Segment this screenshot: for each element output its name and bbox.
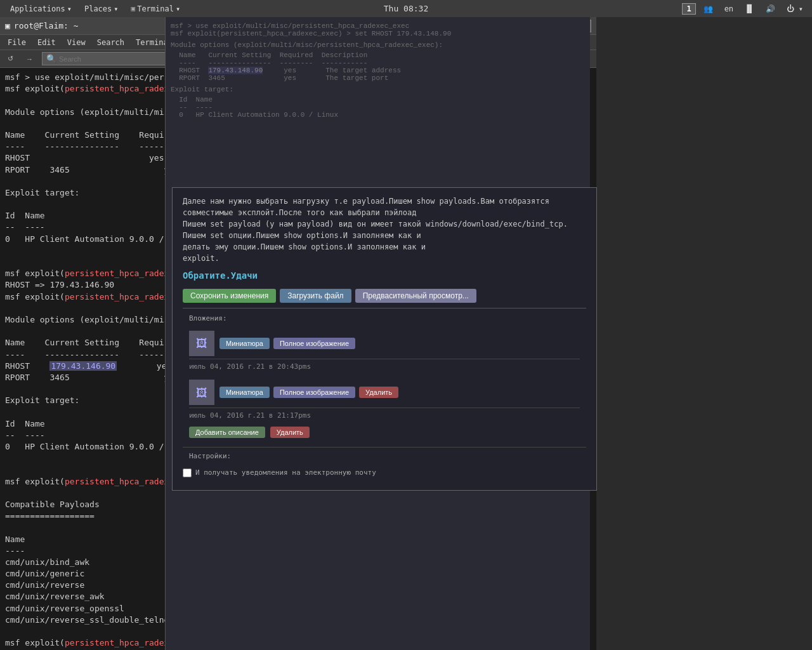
desc-delete-row: Добавить описание Удалить (189, 427, 580, 438)
attachments-section: Вложения: 🖼 Миниатюра Полное изображение… (183, 308, 586, 442)
clock-time: Thu 08:32 (384, 4, 428, 13)
terminal-title-text: root@Flaim: ~ (14, 21, 79, 30)
attachment-row-2: 🖼 Миниатюра Полное изображение Удалить (189, 377, 580, 408)
attachment-thumb-2: 🖼 (189, 380, 214, 405)
places-arrow: ▾ (114, 4, 118, 13)
description-btn[interactable]: Добавить описание (189, 427, 265, 438)
applications-label: Applications (10, 4, 65, 13)
action-buttons: Сохронить изменения Загрузить файл Предв… (183, 289, 586, 303)
terminal-icon: ▣ (131, 4, 136, 13)
menu-file[interactable]: File (3, 37, 31, 48)
places-menu[interactable]: Places ▾ (79, 3, 124, 15)
russian-text-6: exploit. (183, 253, 586, 264)
preview-btn[interactable]: Предвасительный просмотр... (355, 289, 476, 303)
full-btn-1[interactable]: Полное изображение (273, 338, 355, 349)
delete-btn-1[interactable]: Удалить (359, 387, 398, 398)
mini-btn-1[interactable]: Миниатюра (219, 338, 270, 349)
bg-terminal-content: msf > use exploit/multi/misc/persistent_… (166, 17, 590, 124)
full-btn-2[interactable]: Полное изображение (273, 387, 355, 398)
workspace-badge[interactable]: 1 (682, 3, 695, 15)
places-label: Places (84, 4, 112, 13)
users-icon: 👥 (700, 3, 717, 15)
signal-icon: ▐▌ (741, 3, 757, 15)
settings-row: Настройки: (183, 447, 586, 466)
sysbar-clock: Thu 08:32 (384, 4, 428, 13)
russian-text-1: Далее нам нужно выбрать нагрузку т.е pay… (183, 196, 586, 207)
bg-col-sep: ---- --------------- -------- ----------… (171, 59, 585, 67)
lang-selector[interactable]: en (721, 3, 737, 15)
menu-search[interactable]: Search (92, 37, 129, 48)
background-overlay: msf > use exploit/multi/misc/persistent_… (165, 17, 590, 650)
attach-buttons-2: Миниатюра Полное изображение Удалить (219, 387, 398, 398)
settings-label: Настройки: (189, 451, 231, 462)
sysbar-left: Applications ▾ Places ▾ ▣ Terminal ▾ (5, 3, 185, 15)
terminal-title-icon: ▣ (5, 21, 10, 30)
date-line-2: июль 04, 2016 г.21 в 21:17pms (189, 408, 580, 424)
search-bar: 🔍 (42, 52, 169, 65)
russian-bold-text: Обратите.Удачи (183, 269, 586, 282)
bg-id-sep: -- ---- (171, 103, 585, 111)
sysbar-right: 1 👥 en ▐▌ 🔊 ⏻ ▾ (682, 3, 807, 15)
system-bar: Applications ▾ Places ▾ ▣ Terminal ▾ Thu… (0, 0, 812, 17)
attachment-thumb-1: 🖼 (189, 331, 214, 356)
volume-icon: 🔊 (762, 3, 779, 15)
terminal-arrow: ▾ (176, 4, 180, 13)
search-icon: 🔍 (46, 54, 56, 63)
applications-menu[interactable]: Applications ▾ (5, 3, 77, 15)
date-line-1: июль 04, 2016 г.21 в 20:43pms (189, 359, 580, 375)
russian-text-2: совместимые эксплойт.После того как выбр… (183, 207, 586, 218)
notify-checkbox[interactable] (183, 468, 192, 477)
forward-btn[interactable]: → (22, 54, 37, 64)
bg-id-hdr: Id Name (171, 96, 585, 103)
notify-row: И получать уведомления на электронную по… (183, 465, 586, 482)
save-changes-btn[interactable]: Сохронить изменения (183, 289, 276, 303)
bg-line-1: msf > use exploit/multi/misc/persistent_… (171, 22, 585, 30)
notify-text: И получать уведомления на электронную по… (195, 468, 376, 479)
bg-module-opts: Module options (exploit/multi/misc/persi… (171, 41, 585, 49)
upload-file-btn[interactable]: Загрузить файл (280, 289, 351, 303)
bg-target-0: 0 HP Client Automation 9.0.0 / Linux (171, 111, 585, 119)
bg-exploit-target: Exploit target: (171, 86, 585, 93)
menu-edit[interactable]: Edit (32, 37, 61, 48)
terminal-menu-btn[interactable]: ▣ Terminal ▾ (126, 3, 186, 15)
russian-text-3: Пишем set payload (у нам payload) вид он… (183, 218, 586, 230)
refresh-btn[interactable]: ↺ (4, 53, 17, 64)
applications-arrow: ▾ (67, 4, 72, 13)
attach-label: Вложения: (189, 314, 227, 322)
mini-btn-2[interactable]: Миниатюра (219, 387, 270, 398)
bg-line-2: msf exploit(persistent_hpca_radexec_exec… (171, 30, 585, 37)
delete-btn-2[interactable]: Удалить (270, 427, 310, 438)
russian-text-4: Пишем set опции.Пишем show options.И зап… (183, 230, 586, 241)
bg-col-hdr: Name Current Setting Required Descriptio… (171, 51, 585, 59)
bg-rport: RPORT 3465 yes The target port (171, 74, 585, 82)
russian-text-5: делать эму опции.Пишем show options.И за… (183, 241, 586, 253)
menu-view[interactable]: View (62, 37, 91, 48)
russian-overlay: Далее нам нужно выбрать нагрузку т.е pay… (172, 187, 597, 491)
attachment-row-1: 🖼 Миниатюра Полное изображение (189, 328, 580, 359)
power-icon[interactable]: ⏻ ▾ (783, 3, 807, 15)
terminal-label: Terminal (137, 4, 174, 13)
bg-rhost: RHOST 179.43.148.90 yes The target addre… (171, 67, 585, 74)
attach-buttons-1: Миниатюра Полное изображение (219, 338, 355, 349)
search-input[interactable] (59, 55, 164, 63)
terminal-title: ▣ root@Flaim: ~ (5, 21, 79, 30)
